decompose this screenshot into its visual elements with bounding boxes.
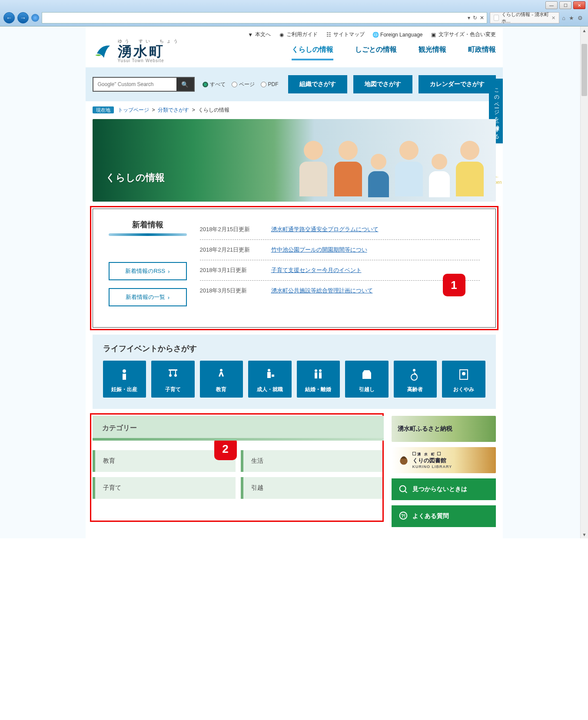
svg-rect-7 (272, 375, 274, 377)
life-item-adult[interactable]: 成人・就職 (248, 361, 292, 398)
news-item: 2018年3月5日更新湧水町公共施設等総合管理計画について (200, 281, 480, 301)
browser-tab[interactable]: くらしの情報 - 湧水町ホ... ✕ (490, 12, 559, 23)
hero-banner: くらしの情報 (93, 119, 496, 202)
category-item-moving[interactable]: 引越 (241, 477, 384, 499)
scroll-up-arrow-icon[interactable]: ▲ (581, 27, 588, 34)
svg-rect-11 (319, 372, 322, 378)
chevron-right-icon: › (168, 294, 169, 301)
news-link[interactable]: 湧水町通学路交通安全プログラムについて (271, 226, 379, 233)
hero-title: くらしの情報 (106, 171, 165, 184)
svg-point-8 (315, 369, 317, 372)
news-heading: 新着情報 (109, 219, 187, 233)
minimize-button[interactable]: — (545, 1, 558, 9)
svg-point-9 (319, 369, 322, 372)
forward-button[interactable]: → (17, 12, 29, 23)
category-item-living[interactable]: 生活 (241, 450, 384, 472)
site-logo[interactable]: ゆう すい ちょう 湧水町 Yusui Town Website (93, 38, 197, 63)
breadcrumb: 現在地 トップページ > 分類でさがす > くらしの情報 (93, 106, 496, 114)
furusato-banner[interactable]: 湧水町ふるさと納税 (392, 416, 496, 442)
svg-point-3 (174, 374, 177, 377)
close-window-button[interactable]: ✕ (573, 1, 585, 9)
dropdown-icon[interactable]: ▾ (468, 15, 470, 21)
ie-logo-icon (31, 14, 39, 22)
nav-living[interactable]: くらしの情報 (292, 45, 333, 60)
maximize-button[interactable]: ☐ (559, 1, 571, 9)
url-input[interactable] (45, 15, 468, 21)
address-bar[interactable]: ▾ ↻ ✕ (42, 12, 487, 23)
moving-box-icon (345, 367, 389, 382)
scroll-thumb[interactable] (581, 44, 587, 96)
foreign-language-link[interactable]: 🌐Foreign Language (372, 31, 422, 38)
question-bubble-icon: ?! (399, 511, 408, 521)
usage-guide-link[interactable]: ◉ご利用ガイド (279, 31, 318, 38)
nav-tourism[interactable]: 観光情報 (419, 45, 446, 60)
find-by-calendar-button[interactable]: カレンダーでさがす (419, 75, 496, 93)
faq-button[interactable]: ?! よくある質問 (392, 505, 496, 527)
svg-point-4 (220, 369, 223, 372)
swirl-search-icon (399, 484, 408, 494)
news-link[interactable]: 湧水町公共施設等総合管理計画について (271, 287, 373, 295)
logo-main-text: 湧水町 (118, 44, 180, 58)
svg-text:?!: ?! (401, 513, 405, 518)
life-item-moving[interactable]: 引越し (345, 361, 389, 398)
news-rss-button[interactable]: 新着情報のRSS› (109, 262, 187, 280)
logo-bird-icon (93, 40, 113, 61)
radio-pdf[interactable]: PDF (261, 81, 279, 88)
svg-point-0 (123, 369, 126, 373)
nav-work[interactable]: しごとの情報 (355, 45, 397, 60)
svg-rect-6 (267, 372, 271, 378)
life-item-marriage[interactable]: 結婚・離婚 (297, 361, 340, 398)
nav-government[interactable]: 町政情報 (468, 45, 496, 60)
radio-page[interactable]: ページ (232, 81, 255, 88)
globe-icon: 🌐 (372, 32, 379, 38)
life-item-elderly[interactable]: 高齢者 (394, 361, 437, 398)
life-item-funeral[interactable]: おくやみ (442, 361, 485, 398)
breadcrumb-current: くらしの情報 (198, 107, 229, 113)
magnifier-icon: 🔍 (181, 81, 189, 88)
life-item-childcare[interactable]: 子育て (151, 361, 195, 398)
back-button[interactable]: ← (3, 12, 15, 23)
news-item: 2018年2月21日更新竹中池公園プールの開園期間等につい (200, 240, 480, 260)
scroll-down-arrow-icon[interactable]: ▼ (581, 531, 588, 538)
breadcrumb-link-category[interactable]: 分類でさがす (158, 107, 189, 113)
chestnut-mascot-icon (398, 454, 410, 466)
cannot-find-button[interactable]: 見つからないときは (392, 478, 496, 500)
sitemap-icon: ☷ (326, 32, 332, 38)
vertical-scrollbar[interactable]: ▲ ▼ (580, 27, 588, 538)
favorites-icon[interactable]: ★ (569, 15, 574, 21)
search-button[interactable]: 🔍 (176, 78, 194, 91)
search-input[interactable] (93, 78, 176, 91)
tab-close-icon[interactable]: ✕ (551, 15, 555, 21)
news-date: 2018年3月1日更新 (200, 266, 261, 274)
sitemap-link[interactable]: ☷サイトマップ (326, 31, 365, 38)
find-by-org-button[interactable]: 組織でさがす (288, 75, 347, 93)
find-by-map-button[interactable]: 地図でさがす (353, 75, 412, 93)
svg-rect-10 (315, 372, 317, 378)
global-nav: くらしの情報 しごとの情報 観光情報 町政情報 (214, 41, 496, 60)
svg-point-2 (169, 374, 172, 377)
home-icon[interactable]: ⌂ (562, 15, 565, 21)
svg-point-5 (268, 369, 270, 372)
news-heading-decoration (109, 233, 187, 236)
utility-nav: ▼本文へ ◉ご利用ガイド ☷サイトマップ 🌐Foreign Language ▣… (86, 27, 503, 38)
news-link[interactable]: 竹中池公園プールの開園期間等につい (271, 246, 367, 254)
life-item-education[interactable]: 教育 (200, 361, 243, 398)
category-item-childcare[interactable]: 子育て (93, 477, 236, 499)
skip-to-body-link[interactable]: ▼本文へ (247, 31, 271, 38)
text-size-link[interactable]: ▣文字サイズ・色合い変更 (431, 31, 496, 38)
library-banner[interactable]: 湧 水 町 くりの図書館 KURINO LIBRARY (392, 447, 496, 473)
radio-all[interactable]: すべて (203, 81, 226, 88)
news-link[interactable]: 子育て支援センター今月のイベント (271, 266, 362, 274)
news-list-button[interactable]: 新着情報の一覧› (109, 288, 187, 306)
library-ruby: 湧 水 町 (412, 452, 452, 457)
stop-icon[interactable]: ✕ (480, 15, 484, 21)
news-list: 2018年2月15日更新湧水町通学路交通安全プログラムについて 2018年2月2… (200, 219, 480, 314)
walking-person-icon (200, 367, 243, 382)
life-item-pregnancy[interactable]: 妊娠・出産 (103, 361, 146, 398)
breadcrumb-link-top[interactable]: トップページ (118, 107, 149, 113)
tools-icon[interactable]: ⚙ (578, 15, 583, 21)
browser-chrome: — ☐ ✕ ← → ▾ ↻ ✕ くらしの情報 - 湧水町ホ... ✕ ⌂ ★ ⚙ (0, 0, 588, 27)
favicon-icon (494, 15, 499, 21)
hero-family-image (296, 141, 487, 202)
refresh-icon[interactable]: ↻ (473, 15, 477, 21)
